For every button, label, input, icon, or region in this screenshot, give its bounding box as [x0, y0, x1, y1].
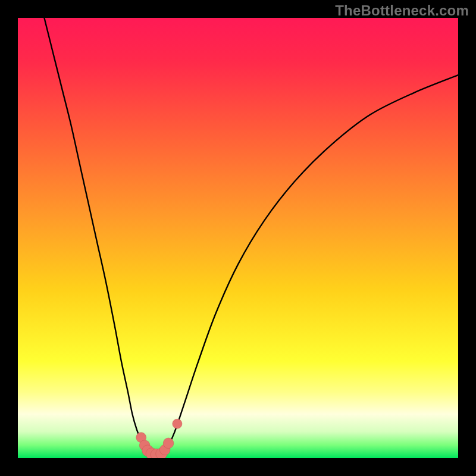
chart-frame: TheBottleneck.com [0, 0, 476, 476]
chart-svg [18, 18, 458, 458]
watermark-text: TheBottleneck.com [335, 2, 469, 19]
gradient-background [18, 18, 458, 458]
valley-marker [163, 438, 174, 449]
plot-area [18, 18, 458, 458]
valley-marker [173, 419, 182, 428]
